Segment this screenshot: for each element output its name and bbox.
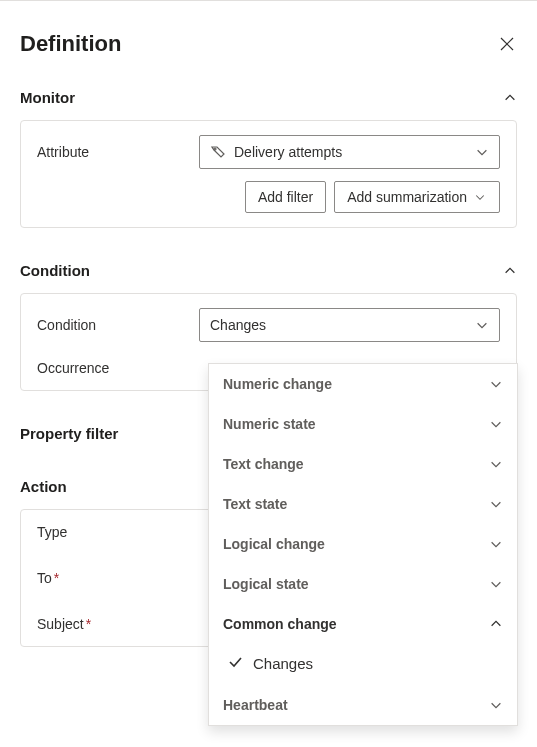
chevron-down-icon: [489, 417, 503, 431]
dropdown-group-text-change[interactable]: Text change: [209, 444, 517, 484]
condition-dropdown: Numeric change Numeric state Text change…: [208, 363, 518, 726]
section-title: Condition: [20, 262, 90, 279]
chevron-down-icon: [489, 497, 503, 511]
to-label: To*: [37, 570, 187, 586]
chevron-down-icon: [489, 537, 503, 551]
condition-label: Condition: [37, 317, 187, 333]
chevron-up-icon: [489, 617, 503, 631]
page-title: Definition: [20, 31, 121, 57]
dropdown-group-label: Logical state: [223, 576, 309, 592]
dropdown-group-label: Numeric state: [223, 416, 316, 432]
attribute-value: Delivery attempts: [234, 144, 342, 160]
tag-icon: [210, 143, 226, 162]
attribute-label: Attribute: [37, 144, 187, 160]
check-icon: [227, 654, 243, 673]
section-title: Monitor: [20, 89, 75, 106]
condition-select[interactable]: Changes: [199, 308, 500, 342]
chevron-down-icon: [473, 190, 487, 204]
dropdown-group-label: Logical change: [223, 536, 325, 552]
monitor-card: Attribute Delivery attempts Add filter: [20, 120, 517, 228]
dropdown-group-logical-state[interactable]: Logical state: [209, 564, 517, 604]
dropdown-group-label: Text change: [223, 456, 304, 472]
add-filter-button[interactable]: Add filter: [245, 181, 326, 213]
subject-label: Subject*: [37, 616, 187, 632]
condition-value: Changes: [210, 317, 266, 333]
chevron-down-icon: [475, 145, 489, 159]
chevron-down-icon: [475, 318, 489, 332]
add-summarization-button[interactable]: Add summarization: [334, 181, 500, 213]
chevron-up-icon: [503, 91, 517, 105]
type-label: Type: [37, 524, 187, 540]
section-header-monitor[interactable]: Monitor: [20, 81, 517, 114]
section-title: Property filter: [20, 425, 118, 442]
dropdown-group-numeric-change[interactable]: Numeric change: [209, 364, 517, 404]
button-label: Add summarization: [347, 189, 467, 205]
dropdown-group-heartbeat[interactable]: Heartbeat: [209, 685, 517, 725]
dropdown-group-logical-change[interactable]: Logical change: [209, 524, 517, 564]
dropdown-group-numeric-state[interactable]: Numeric state: [209, 404, 517, 444]
dropdown-group-label: Text state: [223, 496, 287, 512]
svg-point-2: [214, 148, 216, 150]
close-icon[interactable]: [497, 34, 517, 54]
chevron-down-icon: [489, 377, 503, 391]
attribute-select[interactable]: Delivery attempts: [199, 135, 500, 169]
chevron-up-icon: [503, 264, 517, 278]
dropdown-option-changes[interactable]: Changes: [209, 644, 517, 685]
occurrence-label: Occurrence: [37, 360, 187, 376]
section-header-condition[interactable]: Condition: [20, 254, 517, 287]
button-label: Add filter: [258, 189, 313, 205]
dropdown-group-text-state[interactable]: Text state: [209, 484, 517, 524]
chevron-down-icon: [489, 698, 503, 712]
chevron-down-icon: [489, 577, 503, 591]
dropdown-group-label: Common change: [223, 616, 337, 632]
dropdown-group-label: Numeric change: [223, 376, 332, 392]
dropdown-group-label: Heartbeat: [223, 697, 288, 713]
dropdown-option-label: Changes: [253, 655, 313, 672]
chevron-down-icon: [489, 457, 503, 471]
panel-header: Definition: [20, 21, 517, 57]
dropdown-group-common-change[interactable]: Common change: [209, 604, 517, 644]
section-title: Action: [20, 478, 67, 495]
